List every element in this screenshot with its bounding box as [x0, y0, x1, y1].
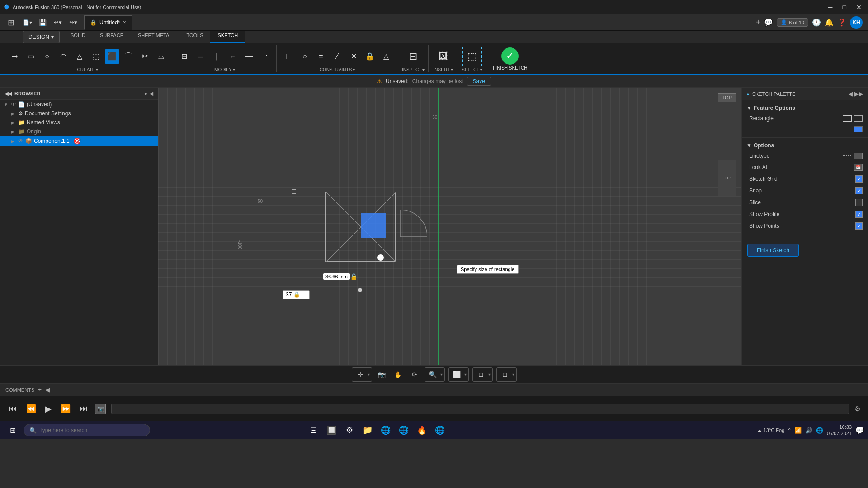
extend-button[interactable]: ═ [193, 49, 208, 64]
timeline-settings-button[interactable]: ⚙ [854, 404, 861, 413]
spline-button[interactable]: ⌒ [121, 49, 136, 64]
add-comment-button[interactable]: + [38, 386, 42, 393]
modify-label[interactable]: MODIFY ▾ [214, 67, 235, 72]
snap-checkbox[interactable]: ✓ [855, 187, 863, 194]
options-header[interactable]: ▼ Options [742, 141, 868, 150]
clock-button[interactable]: 🕐 [812, 18, 821, 27]
eye-icon-root[interactable]: 👁 [11, 101, 16, 108]
ribbon-tab-surface[interactable]: SURFACE [93, 31, 131, 43]
browser-pin-button[interactable]: ● [144, 90, 147, 97]
close-button[interactable]: ✕ [854, 3, 864, 12]
snap-toolbar-button[interactable]: ✛ [354, 368, 367, 381]
rect-outline-2-icon[interactable] [854, 115, 863, 122]
trim-button[interactable]: ⊟ [177, 49, 191, 64]
browser-item-doc-settings[interactable]: ▶ ⚙ Document Settings [0, 109, 158, 118]
linetype-solid-icon[interactable] [854, 153, 863, 159]
sketch-grid-checkbox[interactable]: ✓ [855, 175, 863, 183]
orbit-toolbar-button[interactable]: ⟳ [408, 368, 421, 381]
curve-button[interactable]: ⌓ [154, 49, 168, 64]
rect-filled-icon[interactable] [854, 126, 863, 132]
timeline-track[interactable] [111, 404, 849, 414]
arc-tool-button[interactable]: ◠ [56, 49, 71, 64]
play-button[interactable]: ▶ [43, 402, 53, 416]
canvas-area[interactable]: 50 -100 50 [158, 88, 741, 365]
eye-icon-component[interactable]: 👁 [18, 138, 24, 144]
volume-icon[interactable]: 🔊 [805, 427, 812, 434]
tab-close-button[interactable]: ✕ [123, 20, 126, 25]
notification-taskbar-button[interactable]: 💬 [855, 426, 864, 435]
rect-outline-icon[interactable] [843, 115, 852, 122]
camera-icon[interactable]: 📷 [95, 404, 106, 414]
redo-button[interactable]: ↪▾ [66, 15, 80, 30]
ribbon-tab-sheet-metal[interactable]: SHEET METAL [131, 31, 179, 43]
save-file-button[interactable]: 💾 [35, 15, 50, 30]
insert-label[interactable]: INSERT ▾ [434, 67, 453, 72]
offset-button[interactable]: — [242, 49, 256, 64]
capture-toolbar-button[interactable]: 📷 [376, 368, 388, 381]
chrome-taskbar-button[interactable]: 🌐 [396, 422, 412, 438]
inspect-button[interactable]: ⊟ [403, 47, 423, 66]
new-tab-button[interactable]: + [756, 18, 761, 27]
pan-toolbar-button[interactable]: ✋ [392, 368, 405, 381]
palette-collapse-button[interactable]: ◀ [848, 90, 853, 97]
search-bar[interactable]: 🔍 [24, 424, 150, 436]
ribbon-tab-solid[interactable]: SOLID [63, 31, 93, 43]
notification-header-button[interactable]: 🔔 [825, 18, 834, 27]
ellipse-tool-button[interactable]: ⬚ [89, 49, 103, 64]
prev-button[interactable]: ⏪ [24, 402, 38, 416]
display-toolbar-button[interactable]: ⬜ [451, 368, 463, 381]
chevron-up-icon[interactable]: ^ [788, 427, 791, 433]
browser-taskbar-button[interactable]: 🌐 [377, 422, 394, 438]
view-compass[interactable]: TOP [718, 160, 736, 196]
constraint5-button[interactable]: ✕ [346, 49, 361, 64]
collapse-browser-icon[interactable]: ◀◀ [5, 91, 12, 97]
look-at-icon[interactable]: 📅 [854, 164, 863, 171]
mirror-button[interactable]: ⟋ [258, 49, 273, 64]
zoom-dropdown-arrow[interactable]: ▾ [440, 372, 443, 377]
select-label[interactable]: SELECT ▾ [462, 67, 482, 72]
snap-dropdown-arrow[interactable]: ▾ [368, 372, 370, 377]
explorer-taskbar-button[interactable]: 📁 [359, 422, 376, 438]
constraint2-button[interactable]: ○ [297, 49, 312, 64]
browser-item-component[interactable]: ▶ 👁 📦 Component1:1 🎯 [0, 136, 158, 146]
break-button[interactable]: ∥ [209, 49, 224, 64]
app2-taskbar-button[interactable]: 🌐 [432, 422, 448, 438]
time-display[interactable]: 16:33 05/07/2021 [827, 424, 852, 437]
chat-button[interactable]: 💬 [764, 18, 773, 27]
finish-sketch-ribbon-button[interactable]: ✓ FINISH SKETCH [487, 46, 533, 72]
browser-item-root[interactable]: ▼ 👁 📄 (Unsaved) [0, 100, 158, 109]
linetype-icon[interactable] [843, 153, 852, 159]
select-cursor-button[interactable]: ⬚ [462, 47, 482, 66]
center-rect-button[interactable]: ⬛ [105, 49, 119, 64]
undo-button[interactable]: ↩▾ [51, 15, 65, 30]
design-button[interactable]: DESIGN ▾ [23, 31, 60, 43]
zoom-toolbar-button[interactable]: 🔍 [427, 368, 439, 381]
minimize-button[interactable]: ─ [826, 3, 835, 12]
maximize-button[interactable]: □ [840, 3, 849, 12]
browser-collapse-button[interactable]: ◀ [149, 90, 153, 97]
display-dropdown-arrow[interactable]: ▾ [464, 372, 467, 377]
dimension-input-box[interactable]: 37 🔒 [283, 290, 310, 299]
conic-button[interactable]: ✂ [137, 49, 152, 64]
slice-checkbox[interactable] [855, 199, 863, 206]
search-input[interactable] [39, 427, 139, 433]
feature-options-header[interactable]: ▼ Feature Options [742, 103, 868, 113]
collapse-comments-button[interactable]: ◀ [45, 386, 50, 393]
new-file-button[interactable]: 📄▾ [20, 15, 34, 30]
circle-tool-button[interactable]: ○ [40, 49, 54, 64]
app1-taskbar-button[interactable]: 🔥 [414, 422, 430, 438]
grid-dropdown-arrow[interactable]: ▾ [488, 372, 491, 377]
grid-toolbar-button[interactable]: ⊞ [475, 368, 487, 381]
task-view-button[interactable]: ⊟ [305, 422, 321, 438]
inspect-label[interactable]: INSPECT ▾ [402, 67, 425, 72]
user-avatar[interactable]: KH [850, 16, 863, 29]
layout-toolbar-button[interactable]: ⊟ [499, 368, 511, 381]
active-tab[interactable]: 🔒 Untitled* ✕ [84, 15, 132, 30]
show-profile-checkbox[interactable]: ✓ [855, 211, 863, 218]
rect-tool-button[interactable]: ▭ [24, 49, 38, 64]
next-button[interactable]: ⏩ [59, 402, 72, 416]
create-label[interactable]: CREATE ▾ [77, 67, 99, 72]
start-button[interactable]: ⊞ [4, 421, 22, 439]
constraint4-button[interactable]: ∕ [330, 49, 344, 64]
browser-item-origin[interactable]: ▶ 📁 Origin [0, 127, 158, 136]
